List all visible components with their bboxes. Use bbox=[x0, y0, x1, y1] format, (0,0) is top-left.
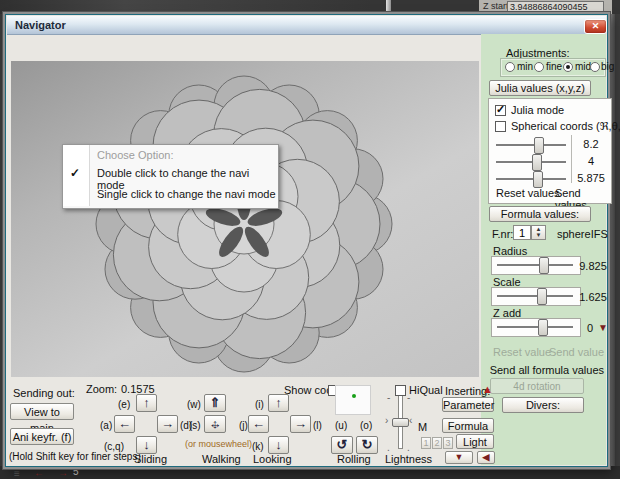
spherical-coords-checkbox[interactable] bbox=[495, 121, 506, 132]
checkbox-check-icon: ✓ bbox=[496, 103, 505, 116]
hiqual-label: HiQual bbox=[409, 384, 443, 396]
menu-item-single-click[interactable]: Single click to change the navi mode bbox=[63, 185, 276, 205]
zadd-slider[interactable] bbox=[491, 318, 581, 337]
julia-y-value: 4 bbox=[575, 155, 607, 167]
key-e-label: (e) bbox=[118, 399, 130, 410]
shrink-panel-button[interactable]: ◀ bbox=[477, 451, 495, 464]
walk-forward-icon: ⇑ bbox=[210, 395, 221, 410]
window-title: Navigator bbox=[15, 19, 66, 31]
radio-big[interactable] bbox=[590, 62, 600, 72]
key-s-label: (s) bbox=[189, 420, 201, 431]
ani-keyframe-button[interactable]: Ani keyfr. (f) bbox=[10, 428, 74, 445]
slot-1-button[interactable]: 1 bbox=[421, 437, 431, 449]
slider-track bbox=[497, 264, 573, 266]
roll-left-button[interactable]: ↺ bbox=[331, 436, 353, 454]
move-vertical-icon: ↕ bbox=[205, 416, 225, 432]
menu-item-double-click[interactable]: ✓ Double click to change the navi mode bbox=[63, 164, 276, 184]
mousewheel-note: (or mousewheel) bbox=[185, 439, 252, 449]
julia-mode-label: Julia mode bbox=[511, 104, 564, 116]
walk-backward-button[interactable]: ↔ ↕ bbox=[204, 415, 226, 433]
radio-min-label: min bbox=[517, 61, 533, 72]
fnr-label: F.nr: bbox=[492, 228, 513, 240]
send-all-formula-values-button[interactable]: Send all formula values bbox=[481, 364, 606, 376]
insert-parameter-button[interactable]: Parameter bbox=[442, 397, 494, 412]
key-o-label: (o) bbox=[360, 420, 372, 431]
tick-mark: . bbox=[407, 442, 410, 453]
radio-fine[interactable] bbox=[534, 62, 544, 72]
slide-down-button[interactable]: ↓ bbox=[136, 436, 157, 454]
radio-mid-label: mid bbox=[575, 61, 591, 72]
slide-up-button[interactable]: ↑ bbox=[136, 394, 157, 412]
sending-out-label: Sending out: bbox=[13, 387, 75, 399]
background-right-ridge bbox=[611, 14, 615, 479]
slide-left-button[interactable]: ← bbox=[114, 415, 135, 433]
back-icon: ◀ bbox=[483, 452, 490, 462]
look-up-button[interactable]: ↑ bbox=[268, 394, 289, 412]
look-left-button[interactable]: ← bbox=[248, 415, 269, 433]
tick-mark: ‹ bbox=[409, 415, 412, 426]
scale-slider[interactable] bbox=[491, 287, 581, 306]
arrow-right-icon: → bbox=[294, 416, 307, 431]
slider-thumb[interactable] bbox=[539, 257, 549, 274]
key-u-label: (u) bbox=[335, 420, 347, 431]
reset-values-button[interactable]: Reset values bbox=[496, 187, 560, 199]
title-bar[interactable]: Navigator ✕ bbox=[7, 16, 606, 35]
reset-value-button[interactable]: Reset value bbox=[493, 346, 551, 358]
julia-z-slider[interactable] bbox=[496, 178, 566, 180]
fnr-spinner[interactable]: ▲ ▼ bbox=[531, 225, 546, 240]
adjustments-panel: Adjustments: min fine mid big Julia valu… bbox=[481, 34, 606, 465]
slider-thumb[interactable] bbox=[532, 154, 542, 171]
close-button[interactable]: ✕ bbox=[584, 19, 607, 34]
arrow-down-icon: ↓ bbox=[143, 437, 150, 452]
key-l-label: (l) bbox=[313, 420, 322, 431]
julia-mode-checkbox[interactable]: ✓ bbox=[495, 105, 506, 116]
rotation-4d-button[interactable]: 4d rotation (xw,yw,zw) bbox=[490, 378, 584, 394]
julia-x-slider[interactable] bbox=[496, 144, 566, 146]
close-icon: ✕ bbox=[592, 21, 600, 31]
divers-button[interactable]: Divers: bbox=[502, 397, 584, 413]
arrow-left-icon: ← bbox=[252, 416, 265, 431]
radio-min[interactable] bbox=[505, 62, 515, 72]
collapse-panel-button[interactable]: ▼ bbox=[445, 451, 473, 464]
step-size-groupbox: min fine mid big bbox=[500, 58, 606, 77]
julia-values-panel: ✓ Julia mode Spherical coords (ℜ,θ,Φ) 8.… bbox=[488, 98, 612, 204]
slider-thumb[interactable] bbox=[533, 171, 543, 188]
julia-z-value: 5.875 bbox=[575, 172, 607, 184]
history-back-icon: ← bbox=[34, 467, 44, 479]
insert-light-button[interactable]: Light bbox=[456, 434, 494, 449]
roll-right-icon: ↻ bbox=[362, 437, 373, 452]
tick-mark: . bbox=[387, 442, 390, 453]
scale-value: 1.625 bbox=[577, 291, 609, 303]
fnr-input[interactable]: 1 bbox=[513, 225, 531, 240]
julia-y-slider[interactable] bbox=[496, 161, 566, 163]
formula-values-button[interactable]: Formula values: bbox=[489, 206, 591, 222]
julia-values-button[interactable]: Julia values (x,y,z) bbox=[489, 80, 591, 96]
walk-forward-button[interactable]: ⇑ bbox=[204, 394, 226, 412]
send-value-button[interactable]: Send value bbox=[549, 346, 604, 358]
roll-right-button[interactable]: ↻ bbox=[356, 436, 378, 454]
slider-thumb[interactable] bbox=[534, 137, 544, 154]
slider-thumb[interactable] bbox=[538, 319, 548, 336]
slide-right-button[interactable]: → bbox=[157, 415, 178, 433]
look-right-button[interactable]: → bbox=[290, 415, 311, 433]
insert-formula-button[interactable]: Formula bbox=[442, 418, 494, 433]
history-forward-icon: → bbox=[58, 467, 68, 479]
menu-header: Choose Option: bbox=[97, 149, 173, 161]
view-to-main-button[interactable]: View to main bbox=[10, 403, 74, 420]
arrow-right-icon: → bbox=[161, 416, 174, 431]
look-down-button[interactable]: ↓ bbox=[268, 436, 289, 454]
slot-2-button[interactable]: 2 bbox=[432, 437, 442, 449]
dropdown-icon: ▼ bbox=[455, 452, 464, 462]
slider-thumb[interactable] bbox=[537, 288, 547, 305]
arrow-up-icon: ↑ bbox=[275, 395, 282, 410]
divider bbox=[571, 135, 572, 183]
key-i-label: (i) bbox=[255, 399, 264, 410]
radius-slider[interactable] bbox=[491, 256, 581, 275]
hiqual-checkbox[interactable] bbox=[395, 385, 406, 396]
zoom-label: Zoom: bbox=[86, 383, 117, 395]
slot-3-button[interactable]: 3 bbox=[443, 437, 453, 449]
render-view[interactable]: Choose Option: ✓ Double click to change … bbox=[11, 61, 479, 377]
radio-mid[interactable] bbox=[563, 62, 573, 72]
more-params-icon[interactable]: ▼ bbox=[598, 322, 608, 333]
lightness-slider-thumb[interactable] bbox=[392, 418, 409, 427]
